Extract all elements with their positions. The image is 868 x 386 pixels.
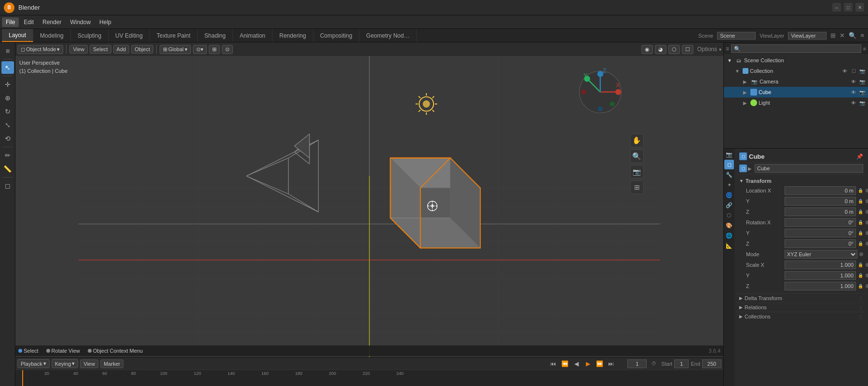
view-menu-tl[interactable]: View — [80, 359, 98, 368]
tool-add-cube[interactable]: ◻ — [1, 179, 14, 192]
outliner-item-light[interactable]: ▶ Light 👁 📷 — [724, 97, 868, 108]
filter-icon[interactable]: ≡ — [860, 32, 864, 39]
location-y-dot[interactable] — [866, 199, 868, 203]
scale-y-input[interactable] — [785, 271, 856, 280]
outliner-item-scene-collection[interactable]: ▼ 🗂 Scene Collection — [724, 55, 868, 66]
tab-geometry-nodes[interactable]: Geometry Nod… — [359, 29, 417, 42]
viewport-shading-rendered[interactable]: ◕ — [655, 45, 666, 54]
mode-selector[interactable]: ⊞ — [1, 44, 14, 57]
pivot-dropdown[interactable]: ⊙▾ — [193, 45, 207, 54]
timeline-ruler[interactable]: 20 40 60 80 100 120 140 160 180 200 220 … — [15, 370, 723, 386]
jump-end-btn[interactable]: ⏭ — [606, 359, 616, 369]
location-z-dot[interactable] — [866, 210, 868, 214]
mesh-name-input[interactable] — [755, 164, 863, 173]
rotation-x-input[interactable] — [785, 218, 856, 227]
rotation-x-lock[interactable]: 🔒 — [857, 219, 864, 226]
prop-tab-physics[interactable]: 🌀 — [724, 190, 734, 200]
outliner-item-camera[interactable]: ▶ 📷 Camera 👁 📷 — [724, 76, 868, 87]
tab-layout[interactable]: Layout — [2, 29, 33, 42]
jump-start-btn[interactable]: ⏮ — [548, 359, 558, 369]
snap-toggle[interactable]: ⊞ — [209, 45, 220, 54]
proportional-edit[interactable]: ⊙ — [222, 45, 233, 54]
tool-rotate[interactable]: ↻ — [1, 105, 14, 118]
prop-tab-render[interactable]: 📷 — [724, 150, 734, 159]
current-frame-input[interactable] — [627, 359, 647, 368]
location-y-input[interactable] — [785, 197, 856, 206]
viewport-xray[interactable]: ☐ — [682, 45, 693, 54]
prop-tab-world[interactable]: 🌐 — [724, 231, 734, 240]
tab-rendering[interactable]: Rendering — [272, 29, 313, 42]
restore-button[interactable]: □ — [844, 3, 853, 12]
pin-icon[interactable]: 📌 — [856, 153, 863, 160]
outliner-filter-icon[interactable]: ≡ — [863, 46, 866, 52]
tool-scale[interactable]: ⤡ — [1, 119, 14, 131]
prop-tab-material[interactable]: 🎨 — [724, 221, 734, 230]
collections-section[interactable]: ▶ Collections ⋮ — [736, 312, 866, 321]
viewlayer-options-icon[interactable]: ⊞ — [830, 32, 836, 39]
relations-section[interactable]: ▶ Relations ⋮ — [736, 303, 866, 312]
location-x-lock[interactable]: 🔒 — [857, 187, 864, 194]
menu-render[interactable]: Render — [39, 17, 65, 27]
rotation-mode-select[interactable]: XYZ Euler — [785, 250, 857, 259]
viewport-canvas[interactable]: X Y Z — [15, 56, 723, 386]
prop-tab-data[interactable]: ⬡ — [724, 210, 734, 220]
tab-sculpting[interactable]: Sculpting — [71, 29, 108, 42]
light-cam-btn[interactable]: 📷 — [858, 99, 866, 107]
add-menu[interactable]: Add — [113, 45, 130, 54]
rotation-y-input[interactable] — [785, 229, 856, 237]
location-y-lock[interactable]: 🔒 — [857, 198, 864, 205]
camera-eye-btn[interactable]: 👁 — [850, 78, 857, 85]
tab-modeling[interactable]: Modeling — [33, 29, 71, 42]
collection-eye-btn[interactable]: 👁 — [841, 67, 849, 75]
object-menu[interactable]: Object — [131, 45, 153, 54]
menu-window[interactable]: Window — [66, 17, 95, 27]
viewlayer-close-icon[interactable]: ✕ — [840, 32, 845, 39]
collection-cam-btn[interactable]: 📷 — [858, 67, 866, 75]
mode-dot[interactable] — [859, 252, 863, 256]
scale-z-lock[interactable]: 🔒 — [857, 283, 864, 290]
select-menu[interactable]: Select — [90, 45, 111, 54]
tab-animation[interactable]: Animation — [233, 29, 272, 42]
outliner-item-collection[interactable]: ▼ Collection 👁 ☐ 📷 — [724, 66, 868, 76]
cube-eye-btn[interactable]: 👁 — [850, 88, 857, 96]
outliner-search[interactable] — [731, 44, 861, 53]
prop-tab-modifier[interactable]: 🔧 — [724, 170, 734, 179]
location-x-input[interactable] — [785, 186, 856, 195]
play-btn[interactable]: ▶ — [583, 359, 593, 369]
viewport-shading-solid[interactable]: ◉ — [641, 45, 653, 54]
delta-options[interactable]: ⋮ — [858, 296, 863, 301]
rotation-z-dot[interactable] — [866, 242, 868, 246]
collection-viewport-btn[interactable]: ☐ — [850, 67, 857, 75]
tool-move[interactable]: ⊕ — [1, 92, 14, 104]
play-reverse-btn[interactable]: ◀ — [571, 359, 581, 369]
location-z-lock[interactable]: 🔒 — [857, 208, 864, 215]
viewport-overlays[interactable]: ⬡ — [668, 45, 680, 54]
scene-input[interactable] — [717, 32, 756, 40]
tool-annotate[interactable]: ✏ — [1, 149, 14, 162]
collections-options[interactable]: ⋮ — [858, 314, 863, 319]
playback-menu[interactable]: Playback ▾ — [17, 359, 50, 368]
delta-transform-section[interactable]: ▶ Delta Transform ⋮ — [736, 293, 866, 303]
viewport-area[interactable]: ◻ Object Mode ▾ View Select Add Object ⊞… — [15, 42, 723, 386]
scale-y-lock[interactable]: 🔒 — [857, 272, 864, 279]
transform-dropdown[interactable]: ⊞ Global ▾ — [160, 45, 191, 54]
scale-x-input[interactable] — [785, 261, 856, 269]
mode-dropdown[interactable]: ◻ Object Mode ▾ — [17, 45, 63, 54]
view-menu[interactable]: View — [69, 45, 88, 54]
tool-select[interactable]: ↖ — [1, 61, 14, 74]
search-icon[interactable]: 🔍 — [849, 32, 856, 39]
prop-tab-constraints[interactable]: 🔗 — [724, 200, 734, 210]
keying-menu[interactable]: Keying ▾ — [52, 359, 79, 368]
prop-tab-scene[interactable]: 📐 — [724, 241, 734, 250]
prop-tab-particles[interactable]: ✦ — [724, 180, 734, 190]
location-x-dot[interactable] — [866, 189, 868, 193]
cube-cam-btn[interactable]: 📷 — [858, 88, 866, 96]
light-eye-btn[interactable]: 👁 — [850, 99, 857, 107]
tab-texture-paint[interactable]: Texture Paint — [150, 29, 198, 42]
tab-compositing[interactable]: Compositing — [313, 29, 360, 42]
camera-cam-btn[interactable]: 📷 — [858, 78, 866, 85]
transform-header[interactable]: ▼ Transform — [736, 177, 866, 185]
scale-z-input[interactable] — [785, 282, 856, 290]
tool-transform[interactable]: ⟲ — [1, 132, 14, 145]
viewlayer-input[interactable] — [788, 32, 827, 40]
